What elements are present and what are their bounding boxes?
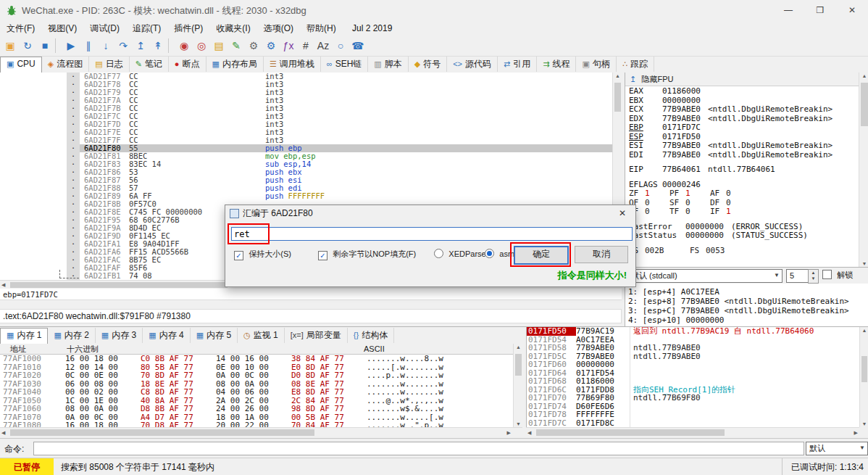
argument-row[interactable]: 2: [esp+8] 77B9ABE0 <ntdll.DbgUiRemoteBr…: [625, 297, 868, 306]
tab-内存 2[interactable]: ▦内存 2: [48, 328, 95, 343]
minimize-button[interactable]: —: [772, 0, 804, 20]
flag-value[interactable]: 0: [645, 198, 650, 207]
step-out-button[interactable]: ↟: [149, 37, 167, 54]
command-profile-dropdown[interactable]: 默认 ▼: [806, 442, 868, 455]
memory-dump[interactable]: 77AF100016 00 18 00C0 8B AF 7714 00 16 0…: [0, 355, 513, 427]
stack-vertical-scrollbar[interactable]: ▲ ▼: [859, 327, 868, 427]
stack-row[interactable]: 0171FD7C0171FD8C: [527, 419, 860, 428]
menu-item[interactable]: 视图(V): [41, 20, 83, 36]
calculator-button[interactable]: #: [297, 37, 314, 54]
register-value[interactable]: 77B9ABE0: [662, 114, 701, 123]
run-button[interactable]: ▶: [62, 37, 80, 54]
tab-脚本[interactable]: ▥脚本: [368, 57, 408, 72]
step-over-button[interactable]: ↷: [114, 37, 132, 54]
register-value[interactable]: 00000000: [685, 222, 724, 231]
tab-SEH链[interactable]: ∞SEH链: [321, 57, 369, 72]
tab-断点[interactable]: ●断点: [169, 57, 206, 72]
stack-row[interactable]: 0171FD6801186000: [527, 377, 860, 386]
dump-vertical-scrollbar[interactable]: ▲ ▼: [513, 344, 523, 427]
tab-流程图[interactable]: ◈流程图: [42, 57, 89, 72]
tab-引用[interactable]: ⇄引用: [498, 57, 537, 72]
script-fx-button[interactable]: ƒx: [280, 37, 297, 54]
cancel-button[interactable]: 取消: [575, 246, 628, 263]
flag-value[interactable]: 0: [726, 189, 731, 198]
trace-over-button[interactable]: ◎: [193, 37, 210, 54]
execute-till-return-button[interactable]: ↥: [132, 37, 149, 54]
stack-row[interactable]: 0171FD6000000000: [527, 360, 860, 369]
register-value[interactable]: 77B9ABE0: [662, 141, 701, 150]
tab-日志[interactable]: ▤日志: [89, 57, 129, 72]
tab-监视 1[interactable]: ◷监视 1: [238, 328, 285, 343]
dump-row[interactable]: 77AF108016 00 18 0070 D8 AF 7720 00 22 0…: [0, 421, 513, 427]
dump-row[interactable]: 77AF100016 00 18 00C0 8B AF 7714 00 16 0…: [0, 355, 513, 363]
tab-内存 5[interactable]: ▦内存 5: [191, 328, 238, 343]
stack-row[interactable]: 0171FD78FFFFFFFE: [527, 410, 860, 419]
dialog-title-bar[interactable]: 汇编于 6AD21F80 ✕: [225, 205, 635, 221]
stack-row[interactable]: 0171FD5877B9ABE0ntdll.77B9ABE0: [527, 344, 860, 352]
dump-horizontal-scrollbar[interactable]: ◀ ▶: [0, 427, 522, 437]
registers-scrollbar[interactable]: ▲ ▼: [859, 73, 868, 267]
strings-button[interactable]: Az: [314, 37, 332, 54]
tab-局部变量[interactable]: [x=]局部变量: [285, 328, 348, 343]
dump-row[interactable]: 77AF10200C 00 0E 0070 8D AF 770A 00 0C 0…: [0, 371, 513, 380]
tab-内存 4[interactable]: ▦内存 4: [143, 328, 190, 343]
register-value[interactable]: 77B9ABE0: [662, 150, 701, 160]
tab-结构体[interactable]: {}结构体: [348, 328, 394, 343]
stack-row[interactable]: 0171FD7077B69F80ntdll.77B69F80: [527, 394, 860, 402]
tab-CPU[interactable]: ▣CPU: [0, 57, 42, 73]
flag-value[interactable]: 0: [645, 207, 650, 216]
menu-item[interactable]: 帮助(H): [300, 20, 343, 36]
stack-row[interactable]: 0171FD5077B9AC19返回到 ntdll.77B9AC19 自 ntd…: [527, 327, 860, 336]
phone-button[interactable]: ☎: [349, 37, 367, 54]
menu-item[interactable]: 文件(F): [0, 20, 41, 36]
argument-row[interactable]: 4: [esp+10] 00000000: [625, 315, 868, 325]
flag-value[interactable]: 0: [726, 198, 731, 207]
register-value[interactable]: 00000000: [685, 231, 724, 240]
restart-button[interactable]: ↻: [19, 37, 36, 54]
log-button[interactable]: ▤: [210, 37, 228, 54]
settings-button[interactable]: ⚙: [245, 37, 262, 54]
calling-convention-dropdown[interactable]: 默认 (stdcall) ▼: [627, 269, 783, 283]
menu-item[interactable]: 收藏夹(I): [209, 20, 256, 36]
tab-内存布局[interactable]: ▦内存布局: [206, 57, 264, 72]
trace-into-button[interactable]: ◉: [175, 37, 193, 54]
patches-button[interactable]: ✎: [228, 37, 245, 54]
fill-nop-checkbox[interactable]: ✓ 剩余字节以NOP填充(F): [318, 249, 416, 260]
register-value[interactable]: 0171FD7C: [662, 123, 701, 132]
open-file-button[interactable]: ▣: [1, 37, 19, 54]
tab-内存 3[interactable]: ▦内存 3: [96, 328, 143, 343]
tab-笔记[interactable]: ✎笔记: [130, 57, 169, 72]
menu-item[interactable]: 追踪(T): [126, 20, 167, 36]
tab-调用堆栈[interactable]: ☰调用堆栈: [264, 57, 321, 72]
stop-button[interactable]: ■: [36, 37, 54, 54]
flag-value[interactable]: 1: [645, 189, 650, 198]
argument-count-spinner[interactable]: 5 ▲▼: [786, 269, 809, 283]
tab-线程[interactable]: ⇉线程: [537, 57, 576, 72]
stack-view[interactable]: 0171FD5077B9AC19返回到 ntdll.77B9AC19 自 ntd…: [526, 327, 860, 427]
close-button[interactable]: ✕: [836, 0, 868, 20]
flag-value[interactable]: 1: [726, 207, 731, 216]
xedparse-radio[interactable]: XEDParse: [434, 249, 486, 259]
dialog-close-icon[interactable]: ✕: [612, 207, 633, 220]
register-value[interactable]: 77B9ABE0: [662, 104, 701, 114]
tab-句柄[interactable]: ▣句柄: [576, 57, 616, 72]
menu-item[interactable]: 选项(O): [257, 20, 300, 36]
tab-源代码[interactable]: <>源代码: [447, 57, 498, 72]
stack-horizontal-scrollbar[interactable]: ◀ ▶: [526, 427, 859, 437]
maximize-button[interactable]: ❒: [804, 0, 836, 20]
preferences-button[interactable]: ⚙: [262, 37, 280, 54]
pause-button[interactable]: ∥: [80, 37, 97, 54]
register-value[interactable]: 00000246: [662, 180, 701, 189]
dump-row[interactable]: 77AF104000 00 02 00C8 8D AF 7704 00 06 0…: [0, 388, 513, 397]
tab-符号[interactable]: ◆符号: [409, 57, 447, 72]
keep-size-checkbox[interactable]: ✓ 保持大小(S): [234, 249, 291, 260]
segment-value[interactable]: 002B: [645, 246, 664, 255]
argument-row[interactable]: 1: [esp+4] A0C17EEA: [625, 287, 868, 297]
tab-内存 1[interactable]: ▦内存 1: [0, 328, 48, 344]
hide-fpu-button[interactable]: 隐藏FPU: [642, 75, 674, 83]
dump-row[interactable]: 77AF106008 00 0A 00D8 8B AF 7724 00 26 0…: [0, 405, 513, 413]
register-value[interactable]: 77B64061: [662, 165, 701, 174]
argument-row[interactable]: 3: [esp+C] 77B9ABE0 <ntdll.DbgUiRemoteBr…: [625, 306, 868, 315]
menu-item[interactable]: 调试(D): [83, 20, 126, 36]
unlock-checkbox[interactable]: 解锁: [822, 270, 853, 281]
